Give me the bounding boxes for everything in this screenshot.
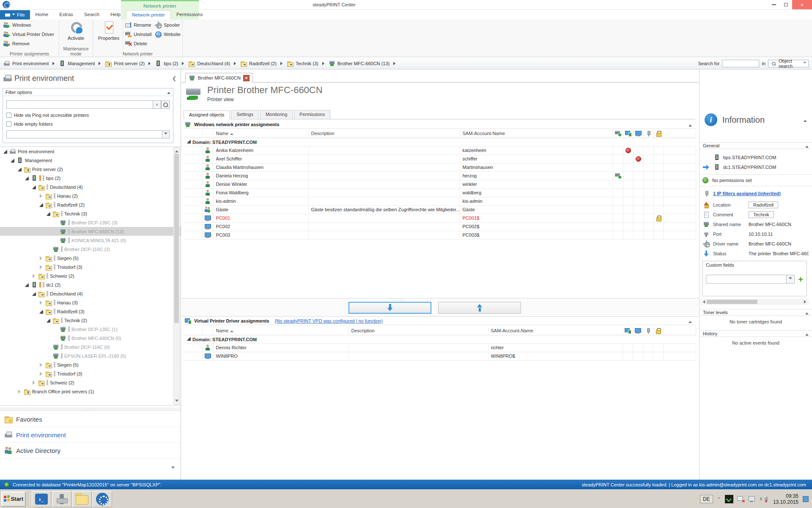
minimize-button[interactable] <box>768 0 780 9</box>
vpd-assignments-section-header[interactable]: Virtual Printer Driver assignments (No s… <box>184 317 695 325</box>
scrollbar-thumb[interactable] <box>174 154 179 323</box>
collapse-panel-button[interactable]: ❮ <box>172 75 176 81</box>
expander-open-icon[interactable] <box>31 291 36 296</box>
windows-assignments-section-header[interactable]: Windows network printer assignments <box>184 121 695 129</box>
properties-button[interactable]: Properties <box>95 20 123 49</box>
column-header-printer-g[interactable] <box>613 129 623 138</box>
tab-home[interactable]: Home <box>30 10 54 19</box>
website-button[interactable]: Website <box>153 30 182 39</box>
tree-item[interactable]: Troisdorf (3) <box>0 262 181 271</box>
start-button[interactable]: Start <box>1 491 26 507</box>
breadcrumb-item[interactable]: Radolfzell (2) <box>240 60 284 67</box>
field-value[interactable]: Radolfzell <box>749 202 778 208</box>
server-row[interactable]: bps.STEADYPRINT.COM <box>700 152 812 162</box>
column-header-name[interactable]: Name <box>213 326 348 335</box>
column-header-sam-account-name[interactable]: SAM-Account-Name <box>488 326 623 335</box>
breadcrumb-item[interactable]: Deutschland (4) <box>188 60 238 67</box>
ip-filters-link[interactable]: 1 IP filters assigned (inherited) <box>713 191 781 196</box>
tab-help[interactable]: Help <box>105 10 126 19</box>
tray-expand-icon[interactable]: ⌃ <box>717 497 721 501</box>
column-header-pc[interactable] <box>633 326 643 335</box>
search-mode-dropdown[interactable]: Object search <box>768 60 809 67</box>
tray-sound-muted-icon[interactable] <box>759 495 768 503</box>
tree-item[interactable]: Siegen (5) <box>0 254 181 262</box>
tray-display-icon[interactable] <box>748 495 756 503</box>
uninstall-button[interactable]: Uninstall <box>123 30 153 39</box>
column-header-pin[interactable] <box>643 326 653 335</box>
view-tab-settings[interactable]: Settings <box>231 110 259 119</box>
tree-item[interactable]: Hanau (2) <box>0 191 181 200</box>
expander-closed-icon[interactable] <box>38 265 44 270</box>
show-desktop-button[interactable] <box>803 496 809 502</box>
tab-extras[interactable]: Extras <box>54 10 79 19</box>
tree-item[interactable]: EPSON LASER EPL-2180 (0) <box>0 351 181 360</box>
general-section-header[interactable]: General <box>700 142 812 149</box>
column-header-description[interactable]: Description <box>348 326 488 335</box>
column-header-lock[interactable] <box>653 326 663 335</box>
tree-item[interactable]: dc1 (2) <box>0 280 181 289</box>
delete-button[interactable]: Delete <box>123 39 153 48</box>
expander-closed-icon[interactable] <box>31 273 36 279</box>
tree-item[interactable]: bps (2) <box>0 174 181 182</box>
view-tab-assigned-objects[interactable]: Assigned objects <box>184 110 230 119</box>
column-header-sam-account-name[interactable]: SAM-Account-Name <box>460 129 613 138</box>
filter-search-input[interactable] <box>6 100 153 109</box>
tab-search[interactable]: Search <box>79 10 105 19</box>
expander-open-icon[interactable] <box>24 176 29 181</box>
table-row[interactable]: Daniela Herzogherzog <box>184 171 696 180</box>
toner-levels-header[interactable]: Toner levels <box>700 309 812 316</box>
breadcrumb-item[interactable]: Print server (2) <box>105 60 152 67</box>
tree-item[interactable]: Brother MFC-660CN (0) <box>0 334 181 342</box>
tree-item[interactable]: Print server (2) <box>0 165 181 174</box>
nav-collapse-icon[interactable] <box>171 467 175 470</box>
domain-group-row[interactable]: Domain: STEADYPRINT.COM <box>184 138 696 146</box>
explorer-launcher[interactable] <box>72 491 92 507</box>
table-row[interactable]: kis-adminkis-admin <box>184 197 696 205</box>
vpd-config-link[interactable]: (No steadyPRINT VPD was configured | no … <box>275 318 383 323</box>
expander-open-icon[interactable] <box>186 336 191 341</box>
table-row[interactable]: PC002PC002$ <box>184 222 696 231</box>
scroll-up-icon[interactable] <box>175 149 178 152</box>
tab-permissions[interactable]: Permissions <box>171 10 208 19</box>
server-row[interactable]: dc1.STEADYPRINT.COM <box>700 162 812 172</box>
tree-item[interactable]: Technik (2) <box>0 316 181 325</box>
table-row[interactable]: Fiona Waldbergwaldberg <box>184 188 696 197</box>
table-row[interactable]: Dennis Richterrichter <box>184 343 696 352</box>
close-tab-button[interactable]: × <box>243 75 250 81</box>
expander-open-icon[interactable] <box>24 282 29 287</box>
clear-filter-button[interactable]: × <box>153 100 161 109</box>
expander-closed-icon[interactable] <box>38 371 44 376</box>
tree-item[interactable]: Schweiz (2) <box>0 271 181 280</box>
tools-launcher[interactable] <box>52 491 71 507</box>
windows-assignment-button[interactable]: Windows <box>2 20 57 30</box>
tree-item[interactable]: Troisdorf (3) <box>0 369 181 378</box>
collapse-section-icon[interactable] <box>689 123 692 127</box>
tree-item[interactable]: Branch Office print servers (1) <box>0 387 181 396</box>
domain-group-row[interactable]: Domain: STEADYPRINT.COM <box>184 335 696 343</box>
tree-scrollbar[interactable] <box>173 147 180 405</box>
search-input[interactable] <box>722 60 759 67</box>
view-tab-monitoring[interactable]: Monitoring <box>260 110 293 119</box>
powershell-launcher[interactable]: ›_ <box>32 491 51 507</box>
table-row[interactable]: PC001PC001$ <box>184 214 696 222</box>
expander-closed-icon[interactable] <box>38 300 44 305</box>
view-tab-permissions[interactable]: Permissions <box>294 110 330 119</box>
filter-options-header[interactable]: Filter options <box>3 88 173 96</box>
scroll-left-icon[interactable] <box>701 300 705 304</box>
tray-terminal-icon[interactable] <box>725 495 733 503</box>
tree-item[interactable]: Radolfzell (2) <box>0 200 181 209</box>
activate-button[interactable]: Activate <box>61 20 91 49</box>
add-custom-field-button[interactable]: + <box>798 276 803 283</box>
tab-network-printer[interactable]: Network printer <box>126 10 171 19</box>
expander-closed-icon[interactable] <box>31 380 36 385</box>
expander-open-icon[interactable] <box>46 211 51 216</box>
steadyprint-launcher[interactable] <box>93 491 112 507</box>
expander-closed-icon[interactable] <box>38 362 44 367</box>
table-row[interactable]: Denise Winklerwinkler <box>184 180 696 188</box>
column-header-description[interactable]: Description <box>308 129 460 138</box>
tree-item[interactable]: Deutschland (4) <box>0 289 181 298</box>
spooler-button[interactable]: Spooler <box>153 20 182 30</box>
sidebar-nav-print-environment[interactable]: Print environment <box>0 427 181 443</box>
expander-open-icon[interactable] <box>3 149 8 154</box>
tree-item[interactable]: Print environment <box>0 147 181 156</box>
